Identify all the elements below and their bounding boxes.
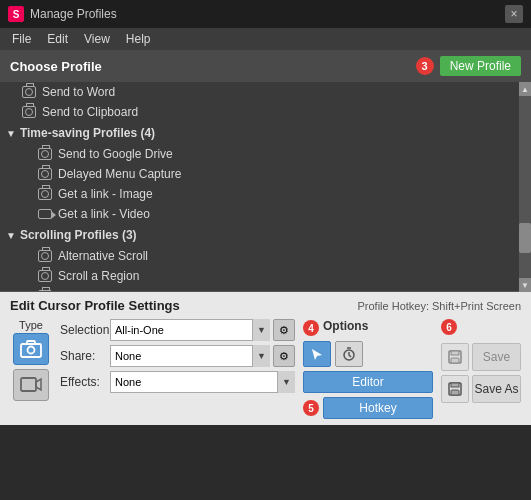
save-button-row: Save [441, 343, 521, 371]
effects-select[interactable]: None Border Shadow [110, 371, 295, 393]
tree-group-scrolling[interactable]: ▼ Scrolling Profiles (3) [0, 224, 531, 246]
menu-help[interactable]: Help [118, 30, 159, 48]
tree-item-link-video[interactable]: Get a link - Video [0, 204, 531, 224]
list-item: Alternative Scroll [58, 249, 521, 263]
profile-tree-wrapper: Send to Word Send to Clipboard ▼ Time-sa… [0, 82, 531, 292]
list-item: Delayed Menu Capture [58, 167, 521, 181]
scroll-up-button[interactable]: ▲ [519, 82, 531, 96]
type-camera-button[interactable] [13, 333, 49, 365]
selection-label: Selection: [60, 323, 110, 337]
share-label: Share: [60, 349, 110, 363]
new-profile-button[interactable]: New Profile [440, 56, 521, 76]
tree-item-send-to-clipboard[interactable]: Send to Clipboard [0, 102, 531, 122]
effects-row: Effects: None Border Shadow ▼ [60, 371, 295, 393]
editor-button[interactable]: Editor [303, 371, 433, 393]
camera-icon [38, 249, 52, 263]
svg-rect-8 [451, 358, 459, 363]
camera-icon [38, 289, 52, 292]
svg-point-3 [28, 347, 35, 354]
svg-rect-4 [21, 378, 36, 391]
edit-header: Edit Cursor Profile Settings Profile Hot… [10, 298, 521, 313]
save-panel-spacer: 6 [441, 319, 521, 339]
scroll-thumb[interactable] [519, 223, 531, 253]
tree-item-send-to-word[interactable]: Send to Word [0, 82, 531, 102]
effects-label: Effects: [60, 375, 110, 389]
title-bar: S Manage Profiles × [0, 0, 531, 28]
edit-hotkey-label: Profile Hotkey: Shift+Print Screen [357, 300, 521, 312]
scrollbar[interactable]: ▲ ▼ [519, 82, 531, 292]
camera-icon [22, 85, 36, 99]
scroll-track [519, 96, 531, 278]
options-header: 4 Options [303, 319, 433, 337]
profile-tree: Send to Word Send to Clipboard ▼ Time-sa… [0, 82, 531, 292]
tree-item-delayed-menu[interactable]: Delayed Menu Capture [0, 164, 531, 184]
group-label: Scrolling Profiles (3) [20, 228, 137, 242]
selection-select[interactable]: All-in-One Region Window Full Screen [110, 319, 270, 341]
list-item: Get a link - Video [58, 207, 521, 221]
clock-option-button[interactable] [335, 341, 363, 367]
menu-file[interactable]: File [4, 30, 39, 48]
list-item: Scroll a Region [58, 269, 521, 283]
hotkey-button[interactable]: Hotkey [323, 397, 433, 419]
cursor-option-button[interactable] [303, 341, 331, 367]
selection-row: Selection: All-in-One Region Window Full… [60, 319, 295, 341]
video-icon [38, 207, 52, 221]
camera-icon [38, 147, 52, 161]
camera-icon [38, 269, 52, 283]
share-gear-button[interactable]: ⚙ [273, 345, 295, 367]
app-icon: S [8, 6, 24, 22]
selection-select-wrapper: All-in-One Region Window Full Screen ▼ [110, 319, 270, 341]
list-item: Get a link - Image [58, 187, 521, 201]
share-row: Share: None Clipboard Email ▼ ⚙ [60, 345, 295, 367]
share-select[interactable]: None Clipboard Email [110, 345, 270, 367]
list-item: Custom Scroll [58, 289, 521, 292]
save-as-disk-icon [441, 375, 469, 403]
list-item: Send to Word [42, 85, 521, 99]
tree-item-google-drive[interactable]: Send to Google Drive [0, 144, 531, 164]
options-badge: 4 [303, 320, 319, 336]
svg-rect-10 [451, 383, 459, 387]
hotkey-badge: 5 [303, 400, 319, 416]
tree-item-link-image[interactable]: Get a link - Image [0, 184, 531, 204]
close-button[interactable]: × [505, 5, 523, 23]
scroll-down-button[interactable]: ▼ [519, 278, 531, 292]
save-badge: 6 [441, 319, 457, 335]
arrow-icon: ▼ [6, 128, 16, 139]
svg-rect-11 [451, 390, 459, 395]
hotkey-row: 5 Hotkey [303, 397, 433, 419]
save-as-button-row: Save As [441, 375, 521, 403]
choose-profile-badge: 3 [416, 57, 434, 75]
camera-icon [38, 167, 52, 181]
type-panel: Type [10, 319, 52, 419]
options-label: Options [323, 319, 368, 333]
group-label: Time-saving Profiles (4) [20, 126, 155, 140]
edit-body: Type Selection: All-in-One Region Window… [10, 319, 521, 419]
tree-item-scroll-region[interactable]: Scroll a Region [0, 266, 531, 286]
save-panel: 6 Save Save As [441, 319, 521, 419]
choose-profile-header: Choose Profile 3 New Profile [0, 50, 531, 82]
edit-profile-title: Edit Cursor Profile Settings [10, 298, 357, 313]
tree-item-custom-scroll[interactable]: Custom Scroll [0, 286, 531, 292]
type-label: Type [19, 319, 43, 331]
tree-item-alt-scroll[interactable]: Alternative Scroll [0, 246, 531, 266]
list-item: Send to Google Drive [58, 147, 521, 161]
camera-icon [22, 105, 36, 119]
type-video-button[interactable] [13, 369, 49, 401]
share-select-wrapper: None Clipboard Email ▼ [110, 345, 270, 367]
save-disk-icon [441, 343, 469, 371]
effects-select-wrapper: None Border Shadow ▼ [110, 371, 295, 393]
list-item: Send to Clipboard [42, 105, 521, 119]
choose-profile-title: Choose Profile [10, 59, 416, 74]
options-panel: 4 Options Editor 5 Hotkey [303, 319, 433, 419]
arrow-icon: ▼ [6, 230, 16, 241]
save-button[interactable]: Save [472, 343, 521, 371]
menu-edit[interactable]: Edit [39, 30, 76, 48]
menu-view[interactable]: View [76, 30, 118, 48]
svg-rect-7 [451, 351, 459, 355]
edit-section: Edit Cursor Profile Settings Profile Hot… [0, 292, 531, 425]
fields-panel: Selection: All-in-One Region Window Full… [60, 319, 295, 419]
selection-gear-button[interactable]: ⚙ [273, 319, 295, 341]
tree-group-timesaving[interactable]: ▼ Time-saving Profiles (4) [0, 122, 531, 144]
menu-bar: File Edit View Help [0, 28, 531, 50]
save-as-button[interactable]: Save As [472, 375, 521, 403]
